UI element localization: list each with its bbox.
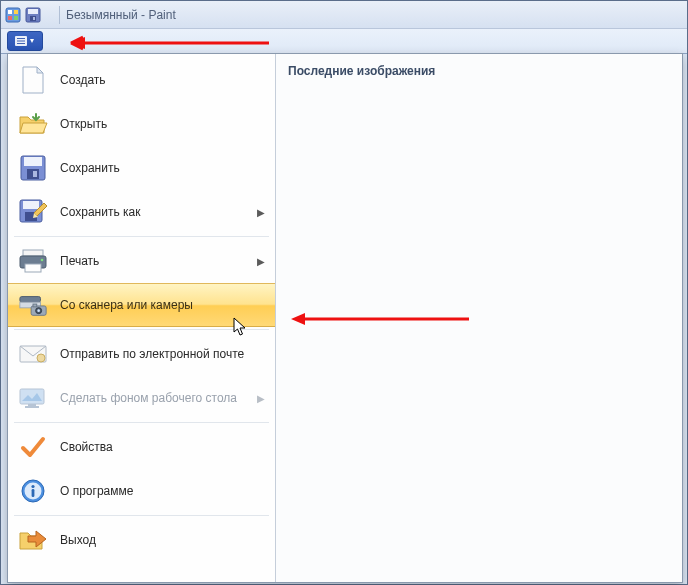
window-title: Безымянный - Paint bbox=[66, 8, 176, 22]
recent-panel-header: Последние изображения bbox=[288, 64, 670, 78]
menu-item-label: Сохранить как bbox=[60, 205, 251, 219]
file-menu-list: Создать Открыть bbox=[8, 54, 276, 582]
qat-save-icon[interactable] bbox=[25, 7, 41, 23]
svg-point-23 bbox=[41, 259, 44, 262]
svg-rect-32 bbox=[20, 389, 44, 404]
scanner-camera-icon bbox=[18, 290, 48, 320]
file-menu-panel: Создать Открыть bbox=[7, 53, 683, 583]
menu-separator bbox=[14, 236, 269, 237]
titlebar: Безымянный - Paint bbox=[1, 1, 687, 29]
svg-rect-16 bbox=[33, 171, 37, 177]
chevron-right-icon: ▶ bbox=[257, 256, 265, 267]
svg-rect-24 bbox=[20, 297, 41, 303]
menu-item-label: Открыть bbox=[60, 117, 265, 131]
exit-icon bbox=[18, 525, 48, 555]
svg-rect-8 bbox=[33, 17, 35, 20]
menu-separator bbox=[14, 422, 269, 423]
svg-rect-29 bbox=[33, 304, 37, 307]
menu-item-properties[interactable]: Свойства bbox=[8, 425, 275, 469]
ribbon bbox=[1, 29, 687, 54]
svg-rect-6 bbox=[28, 9, 38, 14]
menu-item-label: Выход bbox=[60, 533, 265, 547]
svg-rect-33 bbox=[28, 404, 36, 406]
wallpaper-icon bbox=[18, 383, 48, 413]
svg-rect-20 bbox=[23, 250, 43, 256]
floppy-save-as-icon bbox=[18, 197, 48, 227]
menu-item-label: Со сканера или камеры bbox=[60, 298, 265, 312]
svg-rect-14 bbox=[24, 157, 42, 166]
menu-item-label: Сохранить bbox=[60, 161, 265, 175]
svg-point-31 bbox=[37, 354, 45, 362]
menu-item-save-as[interactable]: Сохранить как ▶ bbox=[8, 190, 275, 234]
svg-rect-2 bbox=[14, 10, 18, 14]
menu-item-new[interactable]: Создать bbox=[8, 58, 275, 102]
envelope-icon bbox=[18, 339, 48, 369]
chevron-right-icon: ▶ bbox=[257, 393, 265, 404]
menu-item-exit[interactable]: Выход bbox=[8, 518, 275, 562]
menu-item-send-email[interactable]: Отправить по электронной почте bbox=[8, 332, 275, 376]
checkmark-icon bbox=[18, 432, 48, 462]
menu-item-label: Создать bbox=[60, 73, 265, 87]
paint-app-icon bbox=[5, 7, 21, 23]
svg-rect-34 bbox=[25, 406, 39, 408]
new-document-icon bbox=[18, 65, 48, 95]
svg-rect-18 bbox=[23, 201, 39, 209]
svg-rect-1 bbox=[8, 10, 12, 14]
menu-separator bbox=[14, 515, 269, 516]
qat-separator bbox=[59, 6, 60, 24]
paint-window: Безымянный - Paint Созда bbox=[0, 0, 688, 585]
menu-item-label: Печать bbox=[60, 254, 251, 268]
svg-rect-4 bbox=[14, 16, 18, 20]
menu-item-label: Сделать фоном рабочего стола bbox=[60, 391, 251, 405]
menu-item-label: Отправить по электронной почте bbox=[60, 347, 265, 361]
menu-item-set-wallpaper: Сделать фоном рабочего стола ▶ bbox=[8, 376, 275, 420]
folder-open-icon bbox=[18, 109, 48, 139]
menu-item-label: Свойства bbox=[60, 440, 265, 454]
svg-rect-3 bbox=[8, 16, 12, 20]
recent-panel: Последние изображения bbox=[276, 54, 682, 582]
menu-separator bbox=[14, 329, 269, 330]
svg-rect-22 bbox=[25, 264, 41, 272]
svg-rect-38 bbox=[32, 489, 35, 497]
svg-point-37 bbox=[31, 485, 34, 488]
file-tab[interactable] bbox=[7, 31, 43, 51]
menu-item-label: О программе bbox=[60, 484, 265, 498]
floppy-save-icon bbox=[18, 153, 48, 183]
menu-item-save[interactable]: Сохранить bbox=[8, 146, 275, 190]
printer-icon bbox=[18, 246, 48, 276]
menu-item-about[interactable]: О программе bbox=[8, 469, 275, 513]
svg-point-28 bbox=[37, 309, 40, 312]
chevron-right-icon: ▶ bbox=[257, 207, 265, 218]
menu-item-print[interactable]: Печать ▶ bbox=[8, 239, 275, 283]
info-icon bbox=[18, 476, 48, 506]
menu-item-scanner-camera[interactable]: Со сканера или камеры bbox=[8, 283, 275, 327]
menu-item-open[interactable]: Открыть bbox=[8, 102, 275, 146]
